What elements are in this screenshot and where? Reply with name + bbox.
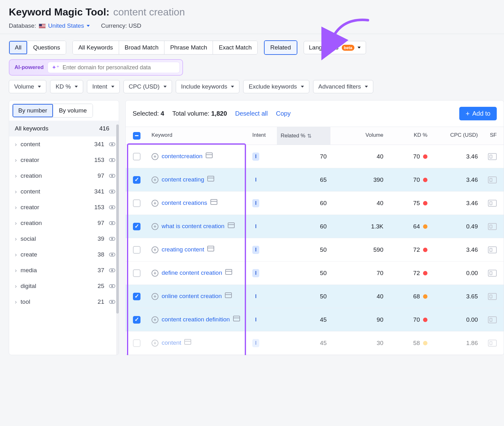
expand-icon[interactable]: + xyxy=(152,223,158,230)
keyword-link[interactable]: define content creation xyxy=(162,269,222,276)
tab-all-keywords[interactable]: All Keywords xyxy=(73,41,119,54)
sidebar-item[interactable]: › creation 97 xyxy=(9,215,119,231)
filter-cpc[interactable]: CPC (USD) xyxy=(123,80,172,93)
row-checkbox[interactable] xyxy=(133,293,140,300)
tab-exact-match[interactable]: Exact Match xyxy=(213,41,257,54)
row-checkbox[interactable] xyxy=(133,199,140,207)
serp-icon[interactable] xyxy=(184,339,191,345)
sidebar-item[interactable]: › content 341 xyxy=(9,136,119,152)
expand-icon[interactable]: + xyxy=(152,176,158,183)
expand-icon[interactable]: + xyxy=(152,293,158,300)
sidebar-item[interactable]: › digital 25 xyxy=(9,278,119,294)
row-checkbox[interactable] xyxy=(133,339,140,347)
expand-icon[interactable]: + xyxy=(152,340,158,347)
tab-phrase-match[interactable]: Phrase Match xyxy=(164,41,213,54)
col-keyword[interactable]: Keyword xyxy=(148,127,249,145)
tab-broad-match[interactable]: Broad Match xyxy=(119,41,165,54)
eye-icon[interactable] xyxy=(108,141,116,148)
keyword-link[interactable]: content creations xyxy=(162,199,207,206)
eye-icon[interactable] xyxy=(108,298,116,305)
row-checkbox[interactable] xyxy=(133,269,140,277)
sidebar-item[interactable]: › creator 153 xyxy=(9,199,119,215)
col-kd[interactable]: KD % xyxy=(387,127,431,145)
filter-intent[interactable]: Intent xyxy=(87,80,120,93)
filter-exclude[interactable]: Exclude keywords xyxy=(243,80,309,93)
eye-icon[interactable] xyxy=(108,220,116,227)
serp-icon[interactable] xyxy=(210,199,217,205)
sidebar-item[interactable]: › creation 97 xyxy=(9,168,119,184)
col-cpc[interactable]: CPC (USD) xyxy=(431,127,482,145)
sidebar-item[interactable]: › media 37 xyxy=(9,262,119,278)
select-all-checkbox[interactable] xyxy=(133,132,140,140)
serp-icon[interactable] xyxy=(233,316,240,321)
deselect-all-link[interactable]: Deselect all xyxy=(235,110,268,117)
expand-icon[interactable]: + xyxy=(152,153,158,160)
serp-features-icon[interactable] xyxy=(488,153,497,160)
row-checkbox[interactable] xyxy=(133,246,140,254)
filter-include[interactable]: Include keywords xyxy=(176,80,240,93)
serp-features-icon[interactable] xyxy=(488,223,497,230)
sidebar-item[interactable]: › creator 153 xyxy=(9,152,119,168)
eye-icon[interactable] xyxy=(108,172,116,179)
col-sf[interactable]: SF xyxy=(482,127,501,145)
serp-icon[interactable] xyxy=(207,246,214,251)
eye-icon[interactable] xyxy=(108,283,116,290)
eye-icon[interactable] xyxy=(108,251,116,258)
expand-icon[interactable]: + xyxy=(152,200,158,207)
keyword-link[interactable]: content creating xyxy=(162,176,204,183)
languages-button[interactable]: Languages beta xyxy=(304,41,366,54)
serp-features-icon[interactable] xyxy=(488,176,497,183)
domain-input-wrap[interactable]: ✦⁺ xyxy=(48,62,180,73)
serp-features-icon[interactable] xyxy=(488,200,497,207)
row-checkbox[interactable] xyxy=(133,223,140,230)
copy-link[interactable]: Copy xyxy=(276,110,291,117)
row-checkbox[interactable] xyxy=(133,316,140,324)
eye-icon[interactable] xyxy=(108,157,116,164)
serp-icon[interactable] xyxy=(228,222,235,228)
keyword-link[interactable]: online content creation xyxy=(162,293,222,299)
row-checkbox[interactable] xyxy=(133,176,140,184)
serp-features-icon[interactable] xyxy=(488,246,497,253)
database-selector[interactable]: Database: United States xyxy=(9,22,90,29)
expand-icon[interactable]: + xyxy=(152,316,158,323)
eye-icon[interactable] xyxy=(108,267,116,274)
sidebar-item[interactable]: › social 39 xyxy=(9,231,119,247)
add-to-button[interactable]: +Add to xyxy=(459,107,497,120)
serp-icon[interactable] xyxy=(206,153,213,158)
sidebar-scrollbar[interactable] xyxy=(116,124,119,355)
sidebar-item[interactable]: › content 341 xyxy=(9,184,119,199)
serp-features-icon[interactable] xyxy=(488,270,497,277)
keyword-link[interactable]: content xyxy=(162,339,181,346)
filter-kd[interactable]: KD % xyxy=(50,80,83,93)
filter-advanced[interactable]: Advanced filters xyxy=(313,80,373,93)
sidebar-item[interactable]: › tool 21 xyxy=(9,294,119,310)
col-related[interactable]: Related %⇅ xyxy=(277,127,330,145)
serp-features-icon[interactable] xyxy=(488,340,497,347)
eye-icon[interactable] xyxy=(108,235,116,242)
serp-features-icon[interactable] xyxy=(488,316,497,323)
serp-icon[interactable] xyxy=(225,269,232,275)
col-volume[interactable]: Volume xyxy=(330,127,387,145)
keyword-link[interactable]: creating content xyxy=(162,246,204,253)
serp-icon[interactable] xyxy=(225,292,232,298)
eye-icon[interactable] xyxy=(108,204,116,211)
col-intent[interactable]: Intent xyxy=(249,127,277,145)
sidebar-all-keywords[interactable]: All keywords416 xyxy=(9,121,119,136)
tab-questions[interactable]: Questions xyxy=(27,41,66,54)
sort-by-number[interactable]: By number xyxy=(13,104,53,117)
filter-volume[interactable]: Volume xyxy=(9,80,46,93)
keyword-link[interactable]: content creation definition xyxy=(162,316,230,323)
serp-icon[interactable] xyxy=(207,176,214,181)
domain-input[interactable] xyxy=(63,64,176,71)
tab-related[interactable]: Related xyxy=(265,41,297,54)
serp-features-icon[interactable] xyxy=(488,293,497,300)
expand-icon[interactable]: + xyxy=(152,246,158,253)
eye-icon[interactable] xyxy=(108,188,116,195)
keyword-link[interactable]: contentcreation xyxy=(162,153,203,159)
sort-by-volume[interactable]: By volume xyxy=(53,104,93,117)
expand-icon[interactable]: + xyxy=(152,270,158,277)
tab-all[interactable]: All xyxy=(9,41,27,54)
keyword-link[interactable]: what is content creation xyxy=(162,223,225,229)
sidebar-item[interactable]: › create 38 xyxy=(9,247,119,262)
row-checkbox[interactable] xyxy=(133,153,140,160)
